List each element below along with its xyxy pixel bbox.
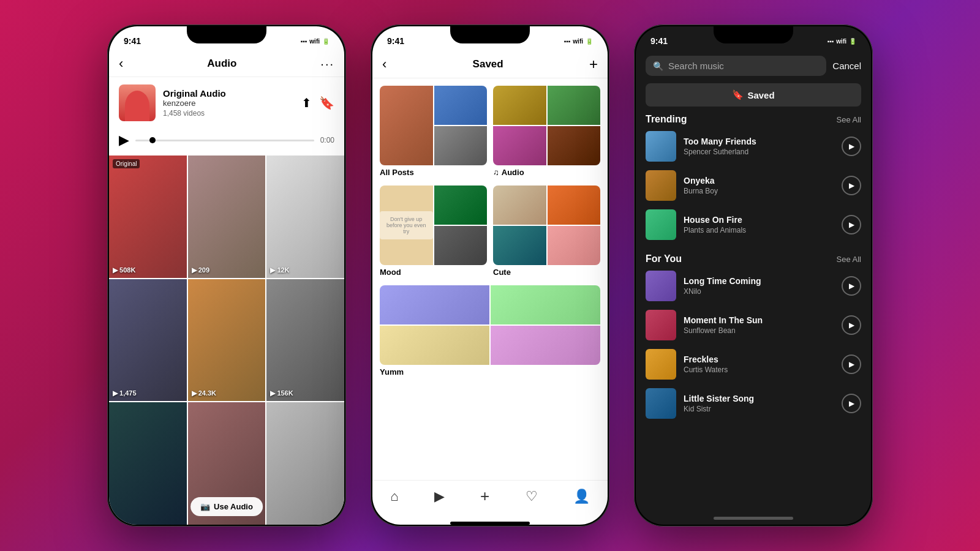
video-stat-2: ▶ 209 bbox=[192, 266, 209, 274]
for-you-track-3: Freckles bbox=[684, 354, 834, 364]
video-cell-5[interactable]: ▶ 24.3K bbox=[188, 279, 266, 402]
nav-video-icon[interactable]: ▶ bbox=[434, 489, 445, 504]
play-button-1[interactable]: ▶ bbox=[842, 137, 861, 156]
video-cell-1[interactable]: Original ▶ 508K bbox=[109, 156, 187, 278]
bookmark-icon[interactable]: 🔖 bbox=[319, 96, 334, 110]
time-label: 0:00 bbox=[320, 136, 334, 144]
wifi-icon-3: wifi bbox=[836, 38, 846, 45]
signal-icon: ▪▪▪ bbox=[301, 38, 307, 45]
for-you-track-4: Little Sister Song bbox=[684, 394, 834, 403]
trending-item-2[interactable]: Onyeka Burna Boy ▶ bbox=[646, 170, 861, 201]
yumm-collection[interactable]: Yumm bbox=[380, 285, 600, 377]
yumm-label: Yumm bbox=[380, 367, 600, 377]
cute-img-4 bbox=[548, 226, 601, 265]
phone-audio: 9:41 ▪▪▪ wifi 🔋 ‹ Audio ··· Original Aud… bbox=[107, 24, 346, 527]
video-stat-6: ▶ 156K bbox=[270, 389, 293, 397]
for-you-artist-1: XNilo bbox=[684, 287, 834, 296]
saved-header: ‹ Saved + bbox=[372, 51, 608, 78]
video-cell-3[interactable]: ▶ 12K bbox=[266, 156, 344, 278]
trending-info-3: House On Fire Plants and Animals bbox=[684, 215, 834, 234]
saved-tab-button[interactable]: 🔖 Saved bbox=[646, 83, 861, 107]
for-you-see-all[interactable]: See All bbox=[837, 255, 861, 264]
play-button-7[interactable]: ▶ bbox=[842, 394, 861, 413]
all-posts-img-2 bbox=[434, 86, 488, 125]
status-icons-3: ▪▪▪ wifi 🔋 bbox=[827, 38, 856, 45]
audio-info: Original Audio kenzoere 1,458 videos ⬆ 🔖 bbox=[109, 77, 344, 129]
audio-img-3 bbox=[493, 126, 546, 165]
nav-heart-icon[interactable]: ♡ bbox=[526, 489, 538, 504]
play-button-2[interactable]: ▶ bbox=[842, 176, 861, 195]
video-cell-2[interactable]: ▶ 209 bbox=[188, 156, 266, 278]
for-you-item-3[interactable]: Freckles Curtis Waters ▶ bbox=[646, 349, 861, 380]
cute-label: Cute bbox=[493, 268, 600, 277]
trending-info-1: Too Many Friends Spencer Sutherland bbox=[684, 137, 834, 156]
video-stat-4: ▶ 1,475 bbox=[113, 389, 137, 397]
play-button-3[interactable]: ▶ bbox=[842, 215, 861, 234]
wifi-icon: wifi bbox=[309, 38, 320, 45]
audio-img-2 bbox=[548, 86, 601, 125]
more-button[interactable]: ··· bbox=[320, 57, 334, 71]
trending-section: Trending See All Too Many Friends Spence… bbox=[636, 114, 871, 249]
play-button[interactable]: ▶ bbox=[119, 132, 129, 148]
trending-item-1[interactable]: Too Many Friends Spencer Sutherland ▶ bbox=[646, 131, 861, 162]
audio-collection[interactable]: ♫ Audio bbox=[493, 86, 600, 177]
play-button-5[interactable]: ▶ bbox=[842, 315, 861, 335]
battery-icon: 🔋 bbox=[322, 38, 330, 45]
for-you-thumb-4 bbox=[646, 388, 676, 419]
trending-item-3[interactable]: House On Fire Plants and Animals ▶ bbox=[646, 209, 861, 240]
audio-username: kenzoere bbox=[163, 99, 294, 108]
all-posts-collection[interactable]: All Posts bbox=[380, 86, 487, 177]
share-icon[interactable]: ⬆ bbox=[301, 96, 312, 110]
status-time-2: 9:41 bbox=[387, 36, 404, 46]
for-you-artist-3: Curtis Waters bbox=[684, 365, 834, 374]
saved-back-button[interactable]: ‹ bbox=[382, 56, 386, 72]
saved-tab-label: Saved bbox=[747, 90, 774, 100]
progress-bar[interactable] bbox=[135, 140, 314, 141]
audio-thumbnail bbox=[119, 84, 156, 121]
mood-img-3 bbox=[434, 226, 488, 265]
video-stat-5: ▶ 24.3K bbox=[192, 389, 216, 397]
trending-header: Trending See All bbox=[646, 114, 861, 125]
video-cell-8[interactable]: 📷 Use Audio bbox=[188, 402, 266, 525]
music-note-icon: ♫ bbox=[493, 168, 499, 177]
video-stat-1: ▶ 508K bbox=[113, 266, 135, 274]
trending-see-all[interactable]: See All bbox=[837, 115, 861, 124]
video-cell-9[interactable] bbox=[266, 402, 344, 525]
mood-collection[interactable]: Don't give up before you even try Mood bbox=[380, 186, 487, 277]
all-posts-img-3 bbox=[434, 126, 488, 165]
for-you-title: For You bbox=[646, 253, 682, 264]
use-audio-label: Use Audio bbox=[214, 502, 253, 511]
trending-artist-1: Spencer Sutherland bbox=[684, 148, 834, 156]
add-collection-button[interactable]: + bbox=[589, 56, 598, 73]
audio-thumb-img bbox=[119, 84, 156, 121]
bottom-nav: ⌂ ▶ + ♡ 👤 bbox=[372, 480, 608, 518]
nav-profile-icon[interactable]: 👤 bbox=[573, 489, 590, 504]
for-you-item-1[interactable]: Long Time Coming XNilo ▶ bbox=[646, 271, 861, 301]
video-grid: Original ▶ 508K ▶ 209 ▶ 12K ▶ 1,475 ▶ 24… bbox=[109, 156, 344, 525]
nav-plus-icon[interactable]: + bbox=[480, 487, 489, 506]
use-audio-button[interactable]: 📷 Use Audio bbox=[190, 497, 263, 516]
audio-img-4 bbox=[548, 126, 601, 165]
search-input-box[interactable]: 🔍 Search music bbox=[646, 56, 826, 76]
home-indicator bbox=[450, 522, 530, 525]
notch-2 bbox=[450, 26, 530, 43]
cancel-button[interactable]: Cancel bbox=[832, 61, 861, 71]
video-cell-4[interactable]: ▶ 1,475 bbox=[109, 279, 187, 402]
for-you-thumb-3 bbox=[646, 349, 676, 380]
audio-track-title: Original Audio bbox=[163, 88, 294, 99]
for-you-info-1: Long Time Coming XNilo bbox=[684, 276, 834, 296]
search-placeholder: Search music bbox=[668, 61, 724, 71]
for-you-item-4[interactable]: Little Sister Song Kid Sistr ▶ bbox=[646, 388, 861, 419]
video-cell-7[interactable] bbox=[109, 402, 187, 525]
cute-collection[interactable]: Cute bbox=[493, 186, 600, 277]
for-you-item-2[interactable]: Moment In The Sun Sunflower Bean ▶ bbox=[646, 310, 861, 340]
play-button-4[interactable]: ▶ bbox=[842, 276, 861, 296]
cute-img-3 bbox=[493, 226, 546, 265]
play-button-6[interactable]: ▶ bbox=[842, 354, 861, 374]
video-cell-6[interactable]: ▶ 156K bbox=[266, 279, 344, 402]
back-button[interactable]: ‹ bbox=[119, 56, 123, 72]
cute-img-2 bbox=[548, 186, 601, 225]
nav-home-icon[interactable]: ⌂ bbox=[390, 489, 398, 504]
battery-icon-2: 🔋 bbox=[586, 38, 593, 45]
for-you-thumb-1 bbox=[646, 271, 676, 301]
